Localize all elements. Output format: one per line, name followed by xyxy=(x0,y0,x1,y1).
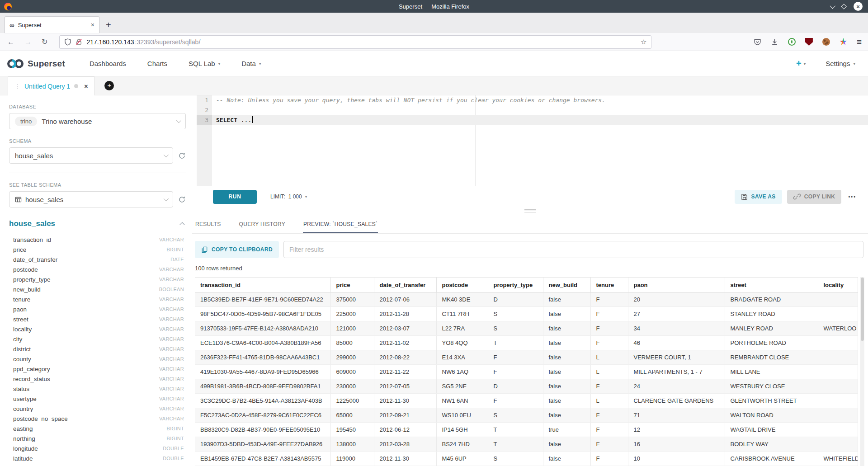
scrollbar-thumb[interactable] xyxy=(861,278,864,341)
save-as-button[interactable]: SAVE AS xyxy=(735,190,782,204)
sql-editor[interactable]: 1 2 3 -- Note: Unless you save your quer… xyxy=(192,95,868,186)
schema-column-row[interactable]: record_statusVARCHAR xyxy=(9,374,186,384)
new-tab-button[interactable]: + xyxy=(106,20,111,30)
schema-column-row[interactable]: localityVARCHAR xyxy=(9,324,186,334)
table-cell: 230000 xyxy=(330,379,374,394)
back-icon[interactable]: ← xyxy=(7,38,14,46)
schema-column-row[interactable]: countryVARCHAR xyxy=(9,404,186,414)
bookmark-star-icon[interactable]: ☆ xyxy=(641,38,646,46)
column-header[interactable]: property_type xyxy=(488,278,543,292)
schema-column-row[interactable]: longitudeDOUBLE xyxy=(9,443,186,453)
splitter-grip-icon[interactable] xyxy=(524,208,536,213)
table-row[interactable]: EB1459EB-67ED-47C8-B2E7-A38143AB55751190… xyxy=(195,452,858,466)
drag-handle-icon[interactable]: ⋮ xyxy=(14,83,20,89)
schema-column-row[interactable]: statusVARCHAR xyxy=(9,384,186,394)
nav-charts[interactable]: Charts xyxy=(147,60,167,67)
schema-column-row[interactable]: eastingBIGINT xyxy=(9,424,186,433)
copy-link-button[interactable]: COPY LINK xyxy=(787,190,842,204)
schema-column-row[interactable]: property_typeVARCHAR xyxy=(9,274,186,284)
close-window-icon[interactable]: × xyxy=(854,2,863,11)
schema-column-row[interactable]: paonVARCHAR xyxy=(9,304,186,314)
query-tab-close-icon[interactable]: × xyxy=(84,83,88,90)
column-header[interactable]: new_build xyxy=(543,278,590,292)
schema-column-row[interactable]: streetVARCHAR xyxy=(9,314,186,324)
schema-column-row[interactable]: countyVARCHAR xyxy=(9,354,186,364)
pane-splitter[interactable] xyxy=(192,207,868,214)
run-button[interactable]: RUN xyxy=(213,190,257,204)
privacy-extension-icon[interactable] xyxy=(788,38,796,46)
schema-column-row[interactable]: latitudeDOUBLE xyxy=(9,453,186,463)
pocket-icon[interactable] xyxy=(754,38,761,46)
column-header[interactable]: paon xyxy=(628,278,725,292)
table-row[interactable]: 419E1030-9A55-4467-8DA9-9FED95D659666090… xyxy=(195,365,858,379)
collapse-chevron-up-icon[interactable] xyxy=(179,222,184,227)
column-header[interactable]: tenure xyxy=(590,278,628,292)
nav-sql-lab[interactable]: SQL Lab▾ xyxy=(189,60,220,67)
column-header[interactable]: transaction_id xyxy=(195,278,330,292)
add-query-tab-button[interactable]: + xyxy=(104,81,114,90)
table-scrollbar[interactable] xyxy=(860,277,864,466)
schema-column-row[interactable]: districtVARCHAR xyxy=(9,344,186,354)
schema-column-row[interactable]: tenureVARCHAR xyxy=(9,294,186,304)
schema-column-row[interactable]: date_of_transferDATE xyxy=(9,254,186,264)
filter-results-input[interactable] xyxy=(283,241,863,258)
nav-data[interactable]: Data▾ xyxy=(241,60,261,67)
copy-to-clipboard-button[interactable]: COPY TO CLIPBOARD xyxy=(195,241,279,258)
ublock-icon[interactable] xyxy=(805,38,813,46)
column-header[interactable]: street xyxy=(725,278,818,292)
chevron-down-icon xyxy=(176,118,181,123)
schema-column-row[interactable]: priceBIGINT xyxy=(9,245,186,254)
table-row[interactable]: 193907D3-5DBD-453D-A49E-9FEE27DAB9261380… xyxy=(195,437,858,452)
minimize-icon[interactable] xyxy=(830,3,836,9)
column-header[interactable]: postcode xyxy=(436,278,488,292)
table-schema-title[interactable]: house_sales xyxy=(9,219,55,228)
new-item-button[interactable]: +▾ xyxy=(796,58,806,69)
query-tab[interactable]: ⋮ Untitled Query 1 × xyxy=(8,76,94,95)
database-select[interactable]: trino Trino warehouse xyxy=(9,113,186,129)
schema-column-row[interactable]: postcodeVARCHAR xyxy=(9,264,186,274)
reload-icon[interactable]: ↻ xyxy=(42,38,47,46)
table-row[interactable]: F5C273AC-0D2A-458F-8279-9C61F0C22EC66500… xyxy=(195,408,858,423)
maximize-icon[interactable] xyxy=(841,4,847,9)
column-header[interactable]: date_of_transfer xyxy=(374,278,436,292)
url-bar[interactable]: 217.160.120.143:32393/superset/sqllab/ ☆ xyxy=(59,35,651,49)
insecure-lock-icon[interactable] xyxy=(75,38,82,45)
tab-query-history[interactable]: QUERY HISTORY xyxy=(239,214,286,233)
schema-column-row[interactable]: usertypeVARCHAR xyxy=(9,394,186,404)
table-row[interactable]: 499B1981-3B6B-4BCD-808F-9FED9802BFA12300… xyxy=(195,379,858,394)
schema-column-row[interactable]: northingBIGINT xyxy=(9,433,186,443)
tab-preview-house-sales[interactable]: PREVIEW: `HOUSE_SALES` xyxy=(303,214,378,233)
limit-dropdown[interactable]: LIMIT: 1 000 ▾ xyxy=(270,193,307,200)
schema-column-row[interactable]: ppd_categoryVARCHAR xyxy=(9,364,186,374)
refresh-table-icon[interactable] xyxy=(178,196,186,203)
schema-column-row[interactable]: postcode_no_spaceVARCHAR xyxy=(9,414,186,424)
table-row[interactable]: 3C3C29DC-B7B2-4BE5-914A-A38123AF403B1225… xyxy=(195,394,858,408)
tab-results[interactable]: RESULTS xyxy=(195,214,222,233)
superset-brand[interactable]: Superset xyxy=(6,58,65,70)
more-options-icon[interactable]: ••• xyxy=(848,194,856,199)
refresh-schema-icon[interactable] xyxy=(178,152,186,160)
table-row[interactable]: 2636F323-FF41-4765-81DB-98CAA6A43BC12990… xyxy=(195,350,858,365)
shield-icon[interactable] xyxy=(64,38,71,46)
downloads-icon[interactable] xyxy=(771,38,778,46)
browser-tab[interactable]: ∞ Superset × xyxy=(5,16,99,33)
hamburger-menu-icon[interactable]: ≡ xyxy=(857,37,862,47)
nav-dashboards[interactable]: Dashboards xyxy=(90,60,126,67)
schema-select[interactable]: house_sales xyxy=(9,147,173,164)
table-select[interactable]: house_sales xyxy=(9,191,173,207)
column-header[interactable]: locality xyxy=(818,278,858,292)
column-name: northing xyxy=(13,435,35,442)
settings-menu[interactable]: Settings▾ xyxy=(826,60,855,67)
multicolor-extension-icon[interactable] xyxy=(840,38,847,46)
schema-column-row[interactable]: new_buildBOOLEAN xyxy=(9,284,186,294)
cookie-extension-icon[interactable] xyxy=(822,38,830,46)
table-row[interactable]: 91370533-19F5-47FE-B142-A380A8ADA2101210… xyxy=(195,321,858,336)
table-row[interactable]: 98F5DC47-0D05-4D59-95B7-98CA6F1FDE052250… xyxy=(195,307,858,321)
schema-column-row[interactable]: cityVARCHAR xyxy=(9,334,186,344)
table-row[interactable]: 1B5C39ED-BE7F-41EF-9E71-9C60EED74A223750… xyxy=(195,292,858,307)
table-row[interactable]: ECE1D376-C9A6-4C00-B004-A380B189FA568500… xyxy=(195,336,858,350)
tab-close-icon[interactable]: × xyxy=(91,21,94,28)
column-header[interactable]: price xyxy=(330,278,374,292)
table-row[interactable]: BB8320C9-D82B-4B37-90E0-9FEE05095E101954… xyxy=(195,423,858,437)
schema-column-row[interactable]: transaction_idVARCHAR xyxy=(9,235,186,245)
